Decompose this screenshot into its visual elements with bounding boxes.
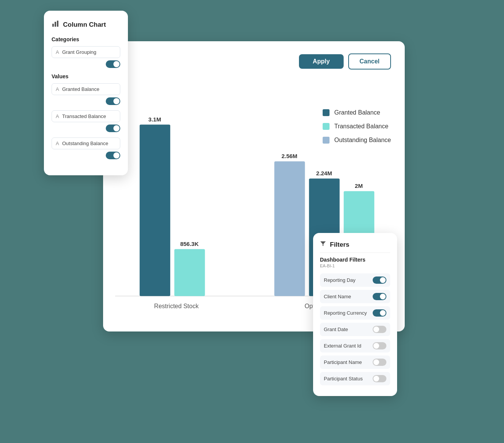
bar-label-options-transacted: 2M <box>355 183 363 189</box>
categories-section-label: Categories <box>52 36 120 42</box>
x-label-restricted: Restricted Stock <box>154 302 199 309</box>
left-panel: Column Chart Categories A Grant Grouping… <box>44 11 128 175</box>
value-toggle-row-1 <box>52 124 120 132</box>
filter-icon <box>320 241 326 249</box>
filters-title-text: Filters <box>330 241 349 249</box>
cancel-button[interactable]: Cancel <box>348 53 391 70</box>
filter-toggle-0[interactable] <box>373 276 386 284</box>
value-field-box-0[interactable]: A Granted Balance <box>52 83 120 95</box>
value-toggle-1[interactable] <box>106 124 120 132</box>
svg-rect-2 <box>57 21 58 27</box>
filter-label-3: Grant Date <box>324 327 348 332</box>
bar-options-outstanding <box>274 161 305 296</box>
value-field-icon-1: A <box>56 113 59 119</box>
filter-label-1: Client Name <box>324 294 351 299</box>
values-section-label: Values <box>52 73 120 79</box>
filter-row-2: Reporting Currency <box>320 306 390 320</box>
filter-row-1: Client Name <box>320 290 390 303</box>
value-field-icon-2: A <box>56 141 59 146</box>
filter-row-4: External Grant Id <box>320 339 390 352</box>
category-field-box[interactable]: A Grant Grouping <box>52 46 120 58</box>
svg-marker-4 <box>320 241 326 246</box>
value-field-label-2: Outstanding Balance <box>62 141 116 146</box>
bar-label-restricted-granted: 3.1M <box>149 116 161 123</box>
values-section: Values A Granted Balance A Transacted Ba… <box>52 73 120 159</box>
bar-label-options-outstanding: 2.56M <box>281 153 297 159</box>
filter-label-0: Reporting Day <box>324 277 355 283</box>
filters-panel: Filters Dashboard Filters EA-BI-1 Report… <box>313 233 397 396</box>
dashboard-filters-label: Dashboard Filters <box>320 257 390 263</box>
filter-toggle-4[interactable] <box>373 342 386 349</box>
category-field-label: Grant Grouping <box>62 49 116 55</box>
filter-row-6: Participant Status <box>320 372 390 385</box>
value-toggle-row-0 <box>52 97 120 105</box>
filter-toggle-1[interactable] <box>373 293 386 300</box>
panel-title: Column Chart <box>52 20 120 29</box>
value-toggle-0[interactable] <box>106 97 120 105</box>
panel-title-text: Column Chart <box>63 21 106 29</box>
filter-toggle-6[interactable] <box>373 375 386 382</box>
category-toggle[interactable] <box>106 60 120 68</box>
filter-toggle-2[interactable] <box>373 309 386 317</box>
bar-label-restricted-transacted: 856.3K <box>180 241 199 247</box>
value-toggle-row-2 <box>52 152 120 159</box>
filter-label-6: Participant Status <box>324 376 363 382</box>
filter-label-2: Reporting Currency <box>324 310 367 316</box>
value-toggle-2[interactable] <box>106 152 120 159</box>
filter-row-0: Reporting Day <box>320 273 390 287</box>
value-field-label-1: Transacted Balance <box>62 113 116 119</box>
filter-label-5: Participant Name <box>324 359 362 365</box>
dashboard-filters-sub: EA-BI-1 <box>320 264 390 268</box>
filter-toggle-3[interactable] <box>373 326 386 333</box>
category-field-icon: A <box>56 49 59 55</box>
main-card-header: Apply Cancel <box>117 53 391 70</box>
bar-label-options-granted: 2.24M <box>316 170 332 176</box>
filters-panel-title: Filters <box>320 241 390 253</box>
filter-row-3: Grant Date <box>320 323 390 336</box>
bar-restricted-transacted <box>174 249 205 296</box>
filter-toggle-5[interactable] <box>373 359 386 366</box>
value-field-icon-0: A <box>56 86 59 92</box>
category-toggle-row <box>52 60 120 68</box>
value-field-label-0: Granted Balance <box>62 86 116 92</box>
svg-rect-1 <box>55 22 56 27</box>
value-field-box-1[interactable]: A Transacted Balance <box>52 110 120 122</box>
apply-button[interactable]: Apply <box>299 54 343 69</box>
filter-label-4: External Grant Id <box>324 343 361 349</box>
filter-row-5: Participant Name <box>320 356 390 369</box>
bar-restricted-granted <box>140 124 170 296</box>
value-field-box-2[interactable]: A Outstanding Balance <box>52 137 120 149</box>
column-chart-icon <box>52 20 59 29</box>
svg-rect-0 <box>52 24 54 27</box>
